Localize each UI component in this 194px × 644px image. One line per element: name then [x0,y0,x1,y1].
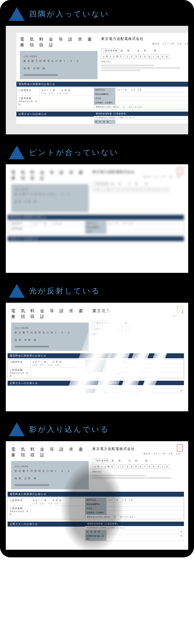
example-section-shadow: 影が入り込んでいる 電 気 料 金 等 請 求 書 兼 領 収 証 101-00… [5,422,189,550]
customer-number-label: お 客 さ ま 番 号 [101,54,124,59]
contract-value: 為 替 太 郎 様 [120,49,157,52]
example-section-glare: 光が反射している 電 気 料 金 等 請 求 書 兼 領 収 証 101-000… [5,284,189,412]
example-section-corners: 四隅が入っていない 電 気 料 金 等 請 求 書 兼 領 収 証 101-00… [5,7,189,135]
example-section-blur: ピントが合っていない 電 気 料 金 等 請 求 書 兼 領 収 証 101-0… [5,146,189,273]
transfer-date-value: ２０＊＊ 年 ５ 月 ３ 日 [115,88,189,92]
example-frame: 電 気 料 金 等 請 求 書 兼 領 収 証 101-0005 東 京 都 千… [5,25,189,135]
invoice-title: 電 気 料 金 等 請 求 書 兼 領 収 証 [20,36,97,48]
postal-code: 101-0005 [23,54,94,59]
section-title: 光が反射している [29,286,100,296]
section-title: 四隅が入っていない [29,9,109,19]
address-block: 101-0005 東 京 都 千 代 田 区 丸 の 内 １ - ２ - ３ 為… [20,51,97,79]
section-title: ピントが合っていない [29,148,119,158]
examples-container: 四隅が入っていない 電 気 料 金 等 請 求 書 兼 領 収 証 101-00… [0,0,194,557]
bill-month-value: ２０＊＊ 年 ４ 月 分(３月 ２日～ ４月 １日) [39,88,94,96]
recipient-name: 為 替 太 郎 様 [23,66,94,71]
receipt-band: 電気料金領収書（口座振替用） [94,112,189,116]
transfer-notice-band: 電気料金口座振替のお知らせ [16,82,189,87]
invoice-mock: 電 気 料 金 等 請 求 書 兼 領 収 証 101-0005 東 京 都 千… [7,166,184,241]
company-name: 東京電力送配電株式会社 [101,36,189,41]
address-line: 東 京 都 千 代 田 区 丸 の 内 １ - ２ - ３ [23,59,94,63]
transfer-date-label: 振替予定日 [94,88,115,92]
issue-date: 発行日 ２０＊＊年 ４月 ３日 [101,42,189,45]
warning-triangle-icon [9,146,25,159]
seal-stamp-icon [177,444,183,452]
example-frame: 電 気 料 金 等 請 求 書 兼 領 収 証 101-0005 東 京 都 千… [5,302,189,412]
contract-label: ご契約者名義 [101,48,119,53]
invoice-mock: 電 気 料 金 等 請 求 書 兼 領 収 証 101-0005 東 京 都 千… [7,443,184,541]
section-title: 影が入り込んでいる [29,424,109,434]
barcode: ||||||||||||||||||||||||||||||||||||||||… [23,73,94,77]
customer-notice-band: お客さまへのお知らせ [16,112,94,116]
seal-stamp-icon [177,168,183,174]
warning-triangle-icon [9,7,25,21]
invoice-mock: 電 気 料 金 等 請 求 書 兼 領 収 証 101-0005 東 京 都 千… [7,304,184,393]
inquiry-label: (問合せ先) [101,60,189,63]
warning-triangle-icon [9,422,25,436]
receipt-note: 下記電気料金を口座振替により領収いたしました。 [94,116,189,120]
customer-number-boxes: 1 2 3 4 5 6 7 8 9 0 [125,54,169,59]
example-frame: 電 気 料 金 等 請 求 書 兼 領 収 証 101-0005 東 京 都 千… [5,164,189,273]
placeholder-lines [101,65,189,71]
bill-month-label: ご請求年月 [16,88,39,96]
seal-stamp-icon [177,306,183,313]
bill-amount-label: ご請求金額消費税等相当額（再掲） [16,96,39,106]
example-frame: 電 気 料 金 等 請 求 書 兼 領 収 証 101-0005 東 京 都 千… [5,441,189,550]
invoice-mock: 電 気 料 金 等 請 求 書 兼 領 収 証 101-0005 東 京 都 千… [16,33,189,124]
billing-table: ご請求年月 ２０＊＊ 年 ４ 月 分(３月 ２日～ ４月 １日) ご請求金額消費… [16,88,189,109]
warning-triangle-icon [9,284,25,298]
